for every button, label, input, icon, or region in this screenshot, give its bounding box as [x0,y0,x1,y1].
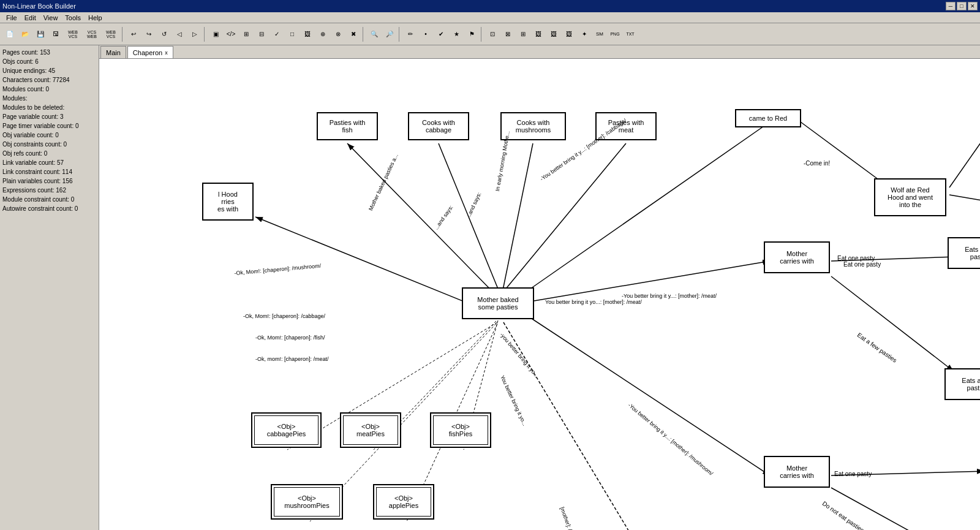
tab-main[interactable]: Main [100,46,126,58]
tb-zoom[interactable]: 🔎 [382,27,397,42]
tb-cross[interactable]: ✖ [346,27,361,42]
sep3 [363,27,365,42]
stat-chars: Characters count: 77284 [2,75,96,85]
maximize-button[interactable]: □ [957,2,967,10]
node-eats-one-pasty[interactable]: Eats onepasty [948,237,980,269]
node-obj-apple[interactable]: <Obj>applePies [373,484,434,520]
canvas-area[interactable]: Mother bakedsome pasties Pasties withfis… [99,59,980,530]
tb-undo[interactable]: ↩ [126,27,141,42]
minimize-button[interactable]: ─ [946,2,956,10]
stat-link-var: Link variable count: 57 [2,158,96,167]
menu-file[interactable]: File [2,14,21,21]
tb-save[interactable]: 💾 [33,27,48,42]
tb-del[interactable]: ⊗ [331,27,345,42]
tb-sm[interactable]: SM [592,27,607,42]
tb-search[interactable]: 🔍 [367,27,382,42]
tb-img4[interactable]: 🖼 [562,27,576,42]
stat-page-timer: Page timer variable count: 0 [2,121,96,131]
node-mother-carries-1[interactable]: Mothercarries with [764,241,830,273]
tb-add[interactable]: ⊕ [315,27,330,42]
tb-square[interactable]: □ [285,27,300,42]
menu-edit[interactable]: Edit [21,14,40,21]
label-eat-few-pasties: Eat a few pasties [856,331,899,364]
tb-open[interactable]: 📂 [18,27,32,42]
tab-chaperon[interactable]: Chaperon x [127,46,173,58]
node-eats-few-pasties[interactable]: Eats a fewpasties [944,368,980,400]
stat-pages: Pages count: 153 [2,48,96,57]
tb-new[interactable]: 📄 [2,27,17,42]
stat-plain-var: Plain variables count: 156 [2,176,96,186]
menu-bar: File Edit View Tools Help [0,12,980,23]
label-early-morning: In early morning Mothe... [494,131,511,192]
tb-img3[interactable]: 🖼 [546,27,561,42]
tab-chaperon-close[interactable]: x [165,50,168,56]
stat-page-var: Page variable count: 3 [2,112,96,121]
close-button[interactable]: ✕ [968,2,978,10]
tb-vcs-web[interactable]: VCSWEB [83,27,101,42]
label-bring-meat-mid: You better bring it yo...: [mother]: /me… [545,299,642,305]
stat-obj-refs: Obj refs count: 0 [2,149,96,158]
tb-layout2[interactable]: ⊠ [500,27,515,42]
tb-txt[interactable]: TXT [623,27,638,42]
menu-help[interactable]: Help [85,14,106,21]
tb-refresh[interactable]: ↺ [157,27,172,42]
svg-line-0 [347,143,499,298]
stat-objs: Objs count: 6 [2,57,96,66]
tb-forward[interactable]: ▷ [187,27,202,42]
node-obj-mushroom[interactable]: <Obj>mushroomPies [271,484,343,520]
stat-endings: Unique endings: 45 [2,66,96,75]
tb-back[interactable]: ◁ [172,27,187,42]
label-bring-fish: [mother]: /fish/ [559,506,577,530]
tb-dot[interactable]: • [418,27,433,42]
tb-star[interactable]: ★ [449,27,464,42]
node-wolf-ate[interactable]: Wolf ate RedHood and wentinto the [874,178,946,216]
stat-module-constr: Module constraint count: 0 [2,195,96,204]
svg-line-2 [502,143,533,293]
menu-tools[interactable]: Tools [61,14,85,21]
svg-line-18 [801,122,885,184]
svg-line-19 [949,195,980,203]
node-obj-fish[interactable]: <Obj>fishPies [430,412,491,448]
label-diagonal-eat-one: Eat one pasty [843,261,881,268]
node-mother-baked[interactable]: Mother bakedsome pasties [462,287,534,319]
tb-flag[interactable]: ⚑ [464,27,479,42]
toolbar: 📄 📂 💾 🖫 WEBVCS VCSWEB WEBVCS ↩ ↪ ↺ ◁ ▷ ▣… [0,23,980,45]
tb-star2[interactable]: ✦ [577,27,592,42]
tb-code[interactable]: </> [224,27,238,42]
label-and-says-2: ...and says: [465,191,483,219]
left-panel: Pages count: 153 Objs count: 6 Unique en… [0,45,99,530]
tb-layout3[interactable]: ⊞ [516,27,530,42]
tb-save2[interactable]: 🖫 [48,27,63,42]
tb-link[interactable]: ⊟ [254,27,269,42]
tb-pen[interactable]: ✏ [403,27,418,42]
node-cooks-mushrooms[interactable]: Cooks withmushrooms [500,112,566,140]
node-obj-cabbage[interactable]: <Obj>cabbagePies [251,412,322,448]
tb-web-b[interactable]: WEBVCS [102,27,120,42]
node-red-hood[interactable]: l Hoodrrieses with [202,183,254,221]
title-bar-controls: ─ □ ✕ [946,2,978,10]
node-mother-carries-2[interactable]: Mothercarries with [764,456,830,488]
label-and-says-1: ...and says: [433,204,454,230]
tb-page[interactable]: ▣ [208,27,223,42]
tb-tick[interactable]: ✔ [434,27,448,42]
tb-img2[interactable]: 🖼 [531,27,546,42]
node-cooks-cabbage[interactable]: Cooks withcabbage [408,112,469,140]
label-chaperon-mushroom: -Ok, Mom!: [chaperon]: /mushroom/ [234,263,321,276]
tb-obj[interactable]: ⊞ [239,27,254,42]
sep2 [204,27,206,42]
tb-check[interactable]: ✓ [270,27,284,42]
node-came-to-red[interactable]: came to Red [735,109,801,127]
window-title: Non-Linear Book Builder [2,2,76,10]
stat-obj-constr: Obj constraints count: 0 [2,140,96,149]
label-chaperon-meat: -Ok, mom!: [chaperon]: /meat/ [255,356,329,362]
stat-modules: Modules count: 0 [2,85,96,94]
tb-web-vcs[interactable]: WEBVCS [64,27,82,42]
menu-view[interactable]: View [40,14,62,21]
tb-img[interactable]: 🖼 [300,27,315,42]
tb-layout1[interactable]: ⊡ [485,27,500,42]
svg-line-17 [831,488,920,530]
tb-redo[interactable]: ↪ [141,27,156,42]
node-obj-meat[interactable]: <Obj>meatPies [340,412,401,448]
node-pasties-fish[interactable]: Pasties withfish [317,112,378,140]
tb-png[interactable]: PNG [608,27,622,42]
